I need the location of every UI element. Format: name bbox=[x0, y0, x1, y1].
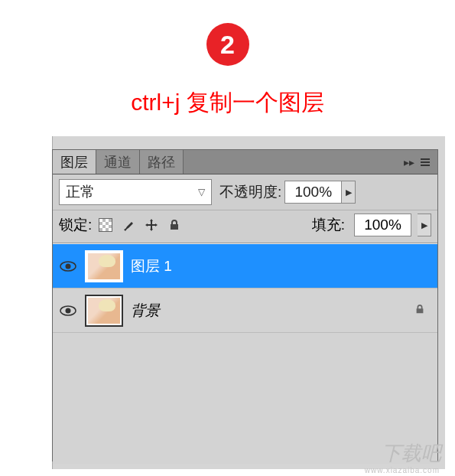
blend-mode-value: 正常 bbox=[66, 182, 95, 202]
panel-menu-icon[interactable] bbox=[419, 157, 431, 168]
lock-icon bbox=[414, 304, 431, 317]
blend-mode-select[interactable]: 正常 ▽ bbox=[59, 179, 212, 205]
lock-transparent-icon[interactable] bbox=[98, 217, 113, 233]
lock-move-icon[interactable] bbox=[144, 217, 159, 233]
fill-value-box[interactable]: 100% bbox=[354, 214, 411, 236]
visibility-eye-icon[interactable] bbox=[59, 257, 77, 275]
layer-row[interactable]: 图层 1 bbox=[53, 244, 437, 289]
tab-label: 通道 bbox=[104, 153, 132, 171]
tab-label: 路径 bbox=[148, 153, 175, 171]
lock-brush-icon[interactable] bbox=[121, 217, 136, 233]
tab-label: 图层 bbox=[60, 153, 88, 171]
layer-name[interactable]: 背景 bbox=[131, 301, 407, 321]
lock-label: 锁定: bbox=[59, 215, 92, 235]
layers-panel: 图层 通道 路径 ▸▸ 正常 ▽ 不透明度: 100% ▶ 锁定: bbox=[52, 149, 438, 461]
opacity-flyout-icon[interactable]: ▶ bbox=[342, 181, 356, 204]
lock-all-icon[interactable] bbox=[167, 217, 182, 233]
layer-thumbnail[interactable] bbox=[85, 250, 123, 282]
tab-layers[interactable]: 图层 bbox=[53, 150, 96, 174]
instruction-caption: ctrl+j 复制一个图层 bbox=[0, 87, 455, 119]
chevron-down-icon: ▽ bbox=[198, 187, 205, 197]
visibility-eye-icon[interactable] bbox=[59, 302, 77, 320]
fill-value: 100% bbox=[364, 217, 401, 233]
fill-label: 填充: bbox=[312, 215, 345, 235]
collapse-icon[interactable]: ▸▸ bbox=[404, 156, 414, 168]
tab-paths[interactable]: 路径 bbox=[140, 150, 184, 174]
tab-channels[interactable]: 通道 bbox=[96, 150, 140, 174]
blend-opacity-row: 正常 ▽ 不透明度: 100% ▶ bbox=[53, 174, 437, 210]
layers-list: 图层 1 背景 bbox=[53, 243, 437, 464]
opacity-value: 100% bbox=[294, 184, 332, 201]
svg-point-3 bbox=[66, 308, 71, 313]
fill-flyout-icon[interactable]: ▶ bbox=[418, 214, 431, 236]
step-number: 2 bbox=[220, 30, 235, 60]
svg-point-1 bbox=[66, 263, 71, 269]
panel-titlebar: 图层 通道 路径 ▸▸ bbox=[53, 150, 437, 174]
lock-icons-group bbox=[98, 217, 182, 233]
opacity-value-box[interactable]: 100% bbox=[284, 181, 342, 204]
lock-fill-row: 锁定: 填充: 100% ▶ bbox=[53, 210, 437, 243]
opacity-label: 不透明度: bbox=[219, 182, 281, 202]
step-badge: 2 bbox=[206, 23, 249, 66]
layer-thumbnail[interactable] bbox=[85, 295, 123, 327]
layer-row[interactable]: 背景 bbox=[53, 289, 437, 333]
layer-name[interactable]: 图层 1 bbox=[131, 256, 431, 276]
